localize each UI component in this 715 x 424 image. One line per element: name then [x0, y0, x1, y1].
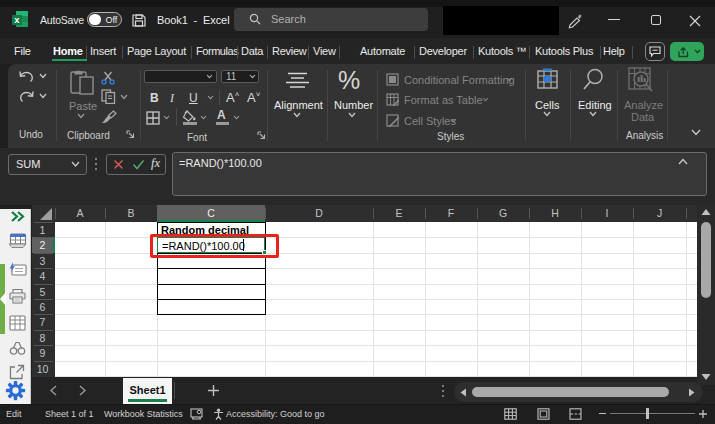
svg-text:x: x	[14, 14, 20, 25]
